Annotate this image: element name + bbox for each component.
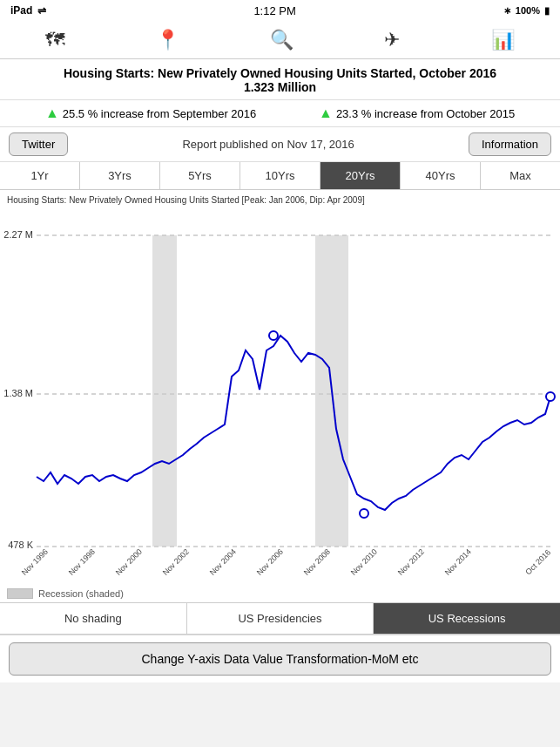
status-right: ∗ 100% ▮ [503, 5, 550, 17]
arrow-up-icon-yoy: ▲ [319, 105, 333, 121]
svg-point-9 [360, 509, 368, 518]
svg-text:Nov 2010: Nov 2010 [349, 547, 379, 577]
indicator-yoy: ▲ 23.3 % increase from October 2015 [319, 105, 515, 121]
tab-10yrs[interactable]: 10Yrs [240, 162, 320, 189]
tab-max[interactable]: Max [481, 162, 560, 189]
export-icon[interactable]: ✈ [384, 29, 400, 51]
svg-text:Nov 2000: Nov 2000 [114, 547, 144, 577]
tab-3yrs[interactable]: 3Yrs [80, 162, 160, 189]
transform-btn-row: Change Y-axis Data Value Transformation-… [0, 635, 560, 682]
svg-text:Nov 2008: Nov 2008 [302, 547, 332, 577]
recession-legend: Recession (shaded) [0, 585, 560, 602]
header-subtitle: 1.323 Million [14, 80, 546, 94]
chart-icon[interactable]: 📊 [491, 29, 515, 51]
indicator-mom-text: 25.5 % increase from September 2016 [63, 107, 257, 120]
svg-text:2.27 M: 2.27 M [3, 229, 33, 240]
tab-us-presidencies[interactable]: US Presidencies [187, 603, 374, 634]
battery-label: 100% [516, 5, 540, 16]
indicator-yoy-text: 23.3 % increase from October 2015 [336, 107, 515, 120]
map-state-icon[interactable]: 📍 [156, 29, 179, 51]
svg-text:Nov 2014: Nov 2014 [443, 547, 473, 577]
battery-icon: ▮ [544, 5, 550, 17]
svg-point-8 [269, 331, 278, 340]
svg-text:Nov 2004: Nov 2004 [208, 547, 238, 577]
svg-text:Nov 1996: Nov 1996 [20, 547, 50, 577]
indicator-mom: ▲ 25.5 % increase from September 2016 [45, 105, 256, 121]
tab-20yrs[interactable]: 20Yrs [320, 162, 401, 189]
svg-text:Nov 2002: Nov 2002 [161, 547, 191, 577]
map-usa-icon[interactable]: 🗺 [45, 29, 64, 51]
svg-text:Nov 1998: Nov 1998 [67, 547, 97, 577]
chart-svg-wrapper[interactable]: 2.27 M 1.38 M 478 K Nov 1996 Nov 1998 [0, 207, 560, 585]
recession-text: Recession (shaded) [38, 588, 124, 599]
status-time: 1:12 PM [253, 4, 295, 17]
indicators-row: ▲ 25.5 % increase from September 2016 ▲ … [0, 100, 560, 127]
chart-description: Housing Starts: New Privately Owned Hous… [0, 195, 560, 207]
nav-bar: 🗺 📍 🔍 ✈ 📊 [0, 21, 560, 59]
tab-1yr[interactable]: 1Yr [0, 162, 80, 189]
svg-text:1.38 M: 1.38 M [3, 388, 33, 398]
search-icon[interactable]: 🔍 [270, 29, 293, 51]
svg-point-10 [546, 392, 555, 401]
bottom-tabs: No shading US Presidencies US Recessions [0, 602, 560, 635]
time-tabs: 1Yr 3Yrs 5Yrs 10Yrs 20Yrs 40Yrs Max [0, 162, 560, 190]
twitter-button[interactable]: Twitter [9, 132, 68, 156]
recession-swatch [7, 588, 33, 599]
wifi-icon: ⇌ [37, 4, 46, 17]
svg-text:Oct 2016: Oct 2016 [523, 547, 552, 576]
tab-no-shading[interactable]: No shading [0, 603, 187, 634]
arrow-up-icon-mom: ▲ [45, 105, 59, 121]
svg-text:Nov 2006: Nov 2006 [255, 547, 285, 577]
report-text: Report published on Nov 17, 2016 [182, 138, 354, 151]
status-left: iPad ⇌ [10, 4, 46, 17]
tab-us-recessions[interactable]: US Recessions [374, 603, 560, 634]
ipad-label: iPad [10, 4, 32, 17]
svg-text:478 K: 478 K [8, 540, 33, 550]
status-bar: iPad ⇌ 1:12 PM ∗ 100% ▮ [0, 0, 560, 21]
svg-rect-6 [152, 235, 177, 547]
information-button[interactable]: Information [469, 132, 551, 156]
svg-text:Nov 2012: Nov 2012 [396, 547, 426, 577]
transform-button[interactable]: Change Y-axis Data Value Transformation-… [9, 642, 551, 676]
bluetooth-icon: ∗ [503, 5, 511, 17]
header-title: Housing Starts: New Privately Owned Hous… [14, 66, 546, 80]
chart-container: Housing Starts: New Privately Owned Hous… [0, 190, 560, 602]
header: Housing Starts: New Privately Owned Hous… [0, 59, 560, 100]
tab-5yrs[interactable]: 5Yrs [160, 162, 240, 189]
chart-svg: 2.27 M 1.38 M 478 K Nov 1996 Nov 1998 [0, 207, 560, 581]
action-row: Twitter Report published on Nov 17, 2016… [0, 127, 560, 162]
tab-40yrs[interactable]: 40Yrs [401, 162, 481, 189]
